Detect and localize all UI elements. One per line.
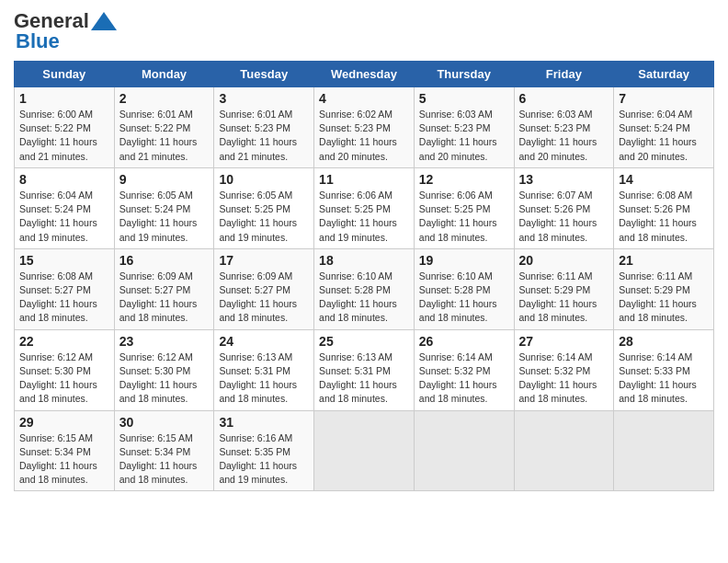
day-number: 22 <box>19 334 109 349</box>
logo-text-blue: Blue <box>16 29 60 53</box>
day-number: 16 <box>119 253 210 268</box>
day-number: 8 <box>19 172 109 187</box>
calendar-cell: 12 Sunrise: 6:06 AMSunset: 5:25 PMDaylig… <box>414 167 514 248</box>
day-info: Sunrise: 6:07 AMSunset: 5:26 PMDaylight:… <box>519 189 609 245</box>
day-number: 3 <box>219 91 309 106</box>
header-thursday: Thursday <box>414 62 514 87</box>
day-info: Sunrise: 6:11 AMSunset: 5:29 PMDaylight:… <box>619 270 709 326</box>
calendar-cell-empty <box>514 410 614 491</box>
calendar-cell: 14 Sunrise: 6:08 AMSunset: 5:26 PMDaylig… <box>614 167 714 248</box>
calendar-cell: 20 Sunrise: 6:11 AMSunset: 5:29 PMDaylig… <box>514 248 614 329</box>
header-monday: Monday <box>114 62 214 87</box>
calendar-cell: 3 Sunrise: 6:01 AMSunset: 5:23 PMDayligh… <box>214 87 314 168</box>
calendar-cell: 16 Sunrise: 6:09 AMSunset: 5:27 PMDaylig… <box>114 248 214 329</box>
calendar-cell: 5 Sunrise: 6:03 AMSunset: 5:23 PMDayligh… <box>414 87 514 168</box>
calendar-cell: 22 Sunrise: 6:12 AMSunset: 5:30 PMDaylig… <box>15 329 115 410</box>
calendar-cell: 15 Sunrise: 6:08 AMSunset: 5:27 PMDaylig… <box>15 248 115 329</box>
day-number: 1 <box>19 91 109 106</box>
calendar-week-row: 22 Sunrise: 6:12 AMSunset: 5:30 PMDaylig… <box>15 329 714 410</box>
calendar-cell: 11 Sunrise: 6:06 AMSunset: 5:25 PMDaylig… <box>314 167 415 248</box>
calendar-table: SundayMondayTuesdayWednesdayThursdayFrid… <box>14 61 714 491</box>
calendar-week-row: 1 Sunrise: 6:00 AMSunset: 5:22 PMDayligh… <box>15 87 714 168</box>
calendar-cell: 24 Sunrise: 6:13 AMSunset: 5:31 PMDaylig… <box>214 329 314 410</box>
day-info: Sunrise: 6:10 AMSunset: 5:28 PMDaylight:… <box>419 270 509 326</box>
day-number: 4 <box>319 91 409 106</box>
calendar-cell: 25 Sunrise: 6:13 AMSunset: 5:31 PMDaylig… <box>314 329 415 410</box>
calendar-cell: 26 Sunrise: 6:14 AMSunset: 5:32 PMDaylig… <box>414 329 514 410</box>
svg-marker-0 <box>91 12 117 30</box>
day-info: Sunrise: 6:06 AMSunset: 5:25 PMDaylight:… <box>319 189 409 245</box>
calendar-cell: 9 Sunrise: 6:05 AMSunset: 5:24 PMDayligh… <box>114 167 214 248</box>
calendar-cell-empty <box>414 410 514 491</box>
day-number: 23 <box>119 334 210 349</box>
day-number: 18 <box>319 253 409 268</box>
calendar-cell: 18 Sunrise: 6:10 AMSunset: 5:28 PMDaylig… <box>314 248 415 329</box>
calendar-week-row: 29 Sunrise: 6:15 AMSunset: 5:34 PMDaylig… <box>15 410 714 491</box>
calendar-week-row: 8 Sunrise: 6:04 AMSunset: 5:24 PMDayligh… <box>15 167 714 248</box>
logo-icon <box>91 12 117 30</box>
calendar-cell: 29 Sunrise: 6:15 AMSunset: 5:34 PMDaylig… <box>15 410 115 491</box>
day-info: Sunrise: 6:14 AMSunset: 5:33 PMDaylight:… <box>619 350 709 407</box>
day-info: Sunrise: 6:06 AMSunset: 5:25 PMDaylight:… <box>419 189 509 245</box>
calendar-cell: 2 Sunrise: 6:01 AMSunset: 5:22 PMDayligh… <box>114 87 214 168</box>
day-info: Sunrise: 6:08 AMSunset: 5:27 PMDaylight:… <box>19 270 109 326</box>
header-tuesday: Tuesday <box>214 62 314 87</box>
day-info: Sunrise: 6:09 AMSunset: 5:27 PMDaylight:… <box>219 270 309 326</box>
calendar-cell: 17 Sunrise: 6:09 AMSunset: 5:27 PMDaylig… <box>214 248 314 329</box>
day-info: Sunrise: 6:02 AMSunset: 5:23 PMDaylight:… <box>319 108 409 164</box>
day-info: Sunrise: 6:14 AMSunset: 5:32 PMDaylight:… <box>519 350 609 407</box>
day-number: 30 <box>119 415 210 430</box>
day-info: Sunrise: 6:03 AMSunset: 5:23 PMDaylight:… <box>519 108 609 164</box>
calendar-cell: 21 Sunrise: 6:11 AMSunset: 5:29 PMDaylig… <box>614 248 714 329</box>
day-info: Sunrise: 6:04 AMSunset: 5:24 PMDaylight:… <box>19 189 109 245</box>
day-number: 10 <box>219 172 309 187</box>
calendar-cell-empty <box>614 410 714 491</box>
header-saturday: Saturday <box>614 62 714 87</box>
day-number: 2 <box>119 91 210 106</box>
calendar-cell: 27 Sunrise: 6:14 AMSunset: 5:32 PMDaylig… <box>514 329 614 410</box>
day-number: 12 <box>419 172 509 187</box>
day-number: 5 <box>419 91 509 106</box>
day-number: 17 <box>219 253 309 268</box>
day-number: 15 <box>19 253 109 268</box>
day-info: Sunrise: 6:10 AMSunset: 5:28 PMDaylight:… <box>319 270 409 326</box>
header-friday: Friday <box>514 62 614 87</box>
day-info: Sunrise: 6:16 AMSunset: 5:35 PMDaylight:… <box>219 431 309 488</box>
day-info: Sunrise: 6:12 AMSunset: 5:30 PMDaylight:… <box>119 350 210 407</box>
header-wednesday: Wednesday <box>314 62 415 87</box>
calendar-cell: 10 Sunrise: 6:05 AMSunset: 5:25 PMDaylig… <box>214 167 314 248</box>
logo: General Blue <box>14 9 117 53</box>
day-info: Sunrise: 6:05 AMSunset: 5:24 PMDaylight:… <box>119 189 210 245</box>
day-number: 27 <box>519 334 609 349</box>
day-number: 29 <box>19 415 109 430</box>
calendar-cell: 4 Sunrise: 6:02 AMSunset: 5:23 PMDayligh… <box>314 87 415 168</box>
day-info: Sunrise: 6:12 AMSunset: 5:30 PMDaylight:… <box>19 350 109 407</box>
header-sunday: Sunday <box>15 62 115 87</box>
day-info: Sunrise: 6:14 AMSunset: 5:32 PMDaylight:… <box>419 350 509 407</box>
day-number: 26 <box>419 334 509 349</box>
day-number: 14 <box>619 172 709 187</box>
calendar-cell: 23 Sunrise: 6:12 AMSunset: 5:30 PMDaylig… <box>114 329 214 410</box>
calendar-cell: 28 Sunrise: 6:14 AMSunset: 5:33 PMDaylig… <box>614 329 714 410</box>
day-info: Sunrise: 6:15 AMSunset: 5:34 PMDaylight:… <box>19 431 109 488</box>
day-number: 20 <box>519 253 609 268</box>
day-info: Sunrise: 6:00 AMSunset: 5:22 PMDaylight:… <box>19 108 109 164</box>
day-info: Sunrise: 6:01 AMSunset: 5:23 PMDaylight:… <box>219 108 309 164</box>
day-info: Sunrise: 6:09 AMSunset: 5:27 PMDaylight:… <box>119 270 210 326</box>
calendar-cell-empty <box>314 410 415 491</box>
day-info: Sunrise: 6:13 AMSunset: 5:31 PMDaylight:… <box>219 350 309 407</box>
calendar-cell: 8 Sunrise: 6:04 AMSunset: 5:24 PMDayligh… <box>15 167 115 248</box>
day-info: Sunrise: 6:04 AMSunset: 5:24 PMDaylight:… <box>619 108 709 164</box>
day-number: 24 <box>219 334 309 349</box>
day-number: 21 <box>619 253 709 268</box>
calendar-cell: 13 Sunrise: 6:07 AMSunset: 5:26 PMDaylig… <box>514 167 614 248</box>
day-info: Sunrise: 6:03 AMSunset: 5:23 PMDaylight:… <box>419 108 509 164</box>
calendar-cell: 1 Sunrise: 6:00 AMSunset: 5:22 PMDayligh… <box>15 87 115 168</box>
day-number: 9 <box>119 172 210 187</box>
day-info: Sunrise: 6:13 AMSunset: 5:31 PMDaylight:… <box>319 350 409 407</box>
day-number: 25 <box>319 334 409 349</box>
day-number: 6 <box>519 91 609 106</box>
day-info: Sunrise: 6:01 AMSunset: 5:22 PMDaylight:… <box>119 108 210 164</box>
day-info: Sunrise: 6:05 AMSunset: 5:25 PMDaylight:… <box>219 189 309 245</box>
calendar-cell: 6 Sunrise: 6:03 AMSunset: 5:23 PMDayligh… <box>514 87 614 168</box>
